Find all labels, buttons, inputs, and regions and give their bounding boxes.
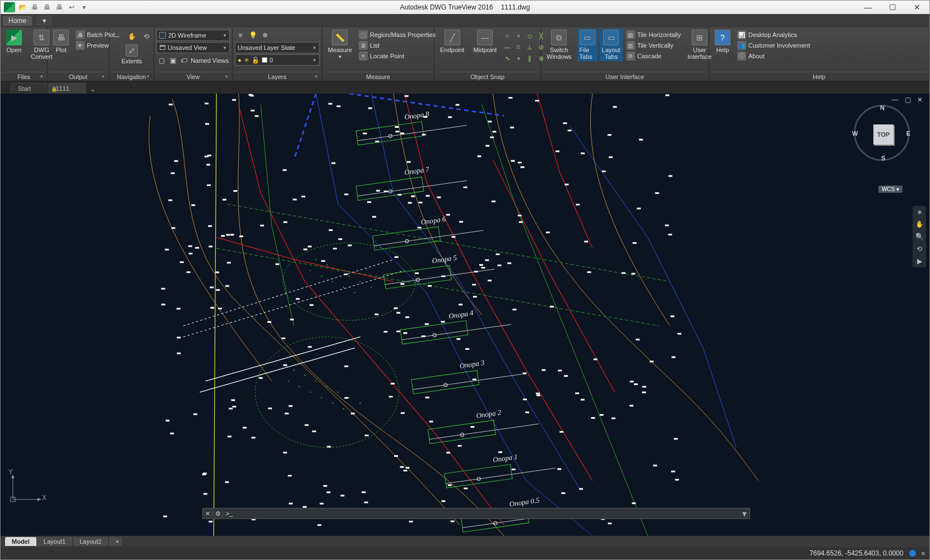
layout-tab-2[interactable]: Layout2 <box>73 537 109 546</box>
qat-open-icon[interactable]: 📂 <box>17 3 27 12</box>
midpoint-button[interactable]: —Midpoint <box>470 29 500 54</box>
tile-vertical-button[interactable]: ▥Tile Vertically <box>625 40 682 50</box>
status-indicator-icon[interactable] <box>909 550 916 557</box>
layer-state-combo[interactable]: Unsaved Layer State▼ <box>235 42 320 53</box>
svg-rect-89 <box>233 190 237 192</box>
layer-freeze-icon[interactable]: ❄ <box>260 30 271 41</box>
file-tabs-button[interactable]: ▭File Tabs <box>577 29 598 61</box>
svg-rect-314 <box>327 492 331 493</box>
nav-showmotion-icon[interactable]: ▶ <box>917 257 922 265</box>
cmdline-close-icon[interactable]: ✕ <box>203 510 213 517</box>
svg-rect-219 <box>407 161 411 163</box>
layout-tab-model[interactable]: Model <box>5 537 37 546</box>
qat-publish-icon[interactable]: 🖶 <box>54 3 64 12</box>
osnap-app-icon[interactable]: ⌖ <box>513 53 524 63</box>
tab-express-icon[interactable]: ▾ <box>36 16 52 26</box>
osnap-par-icon[interactable]: ∥ <box>525 53 535 63</box>
drawing-canvas[interactable]: — ▢ ✕ <box>1 94 929 536</box>
svg-rect-221 <box>290 318 294 320</box>
nav-pan-icon[interactable]: ✋ <box>915 220 924 228</box>
nav-wheel-icon[interactable]: ⎈ <box>918 208 922 216</box>
nav-orbit-icon[interactable]: ⟲ <box>917 245 922 253</box>
nav-zoom-icon[interactable]: 🔍 <box>915 233 924 240</box>
viewcube-top-face[interactable]: TOP <box>873 124 894 145</box>
named-view-combo[interactable]: 🗔Unsaved View▼ <box>156 42 230 53</box>
qat-dropdown-icon[interactable]: ▾ <box>79 3 89 12</box>
view-tool1-icon[interactable]: ▢ <box>158 55 166 66</box>
layer-combo[interactable]: ● ☀ 🔓 0▼ <box>235 54 320 66</box>
extents-button[interactable]: ⤢ Extents <box>112 44 152 64</box>
zoom-realtime-icon[interactable]: ↔ <box>112 31 123 42</box>
cascade-button[interactable]: ⧉Cascade <box>625 51 682 61</box>
cmdline-customize-icon[interactable]: ⚙ <box>213 510 223 517</box>
layer-off-icon[interactable]: 💡 <box>247 30 258 41</box>
svg-rect-56 <box>445 464 512 488</box>
layout-tab-1[interactable]: Layout1 <box>37 537 73 546</box>
svg-rect-44 <box>400 321 468 344</box>
osnap-center-icon[interactable]: ○ <box>502 31 512 41</box>
file-tab-start[interactable]: Start <box>11 83 47 94</box>
list-button[interactable]: ≣List <box>358 40 437 50</box>
measure-button[interactable]: 📏 Measure▼ <box>325 29 355 61</box>
window-minimize-button[interactable]: — <box>855 1 880 14</box>
svg-rect-243 <box>191 205 195 206</box>
layer-prop-icon[interactable]: ≡ <box>235 30 246 41</box>
qat-plot-icon[interactable]: 🖶 <box>42 3 52 12</box>
svg-rect-108 <box>165 249 169 251</box>
switch-windows-button[interactable]: ⧉Switch Windows <box>543 29 575 61</box>
pan-icon[interactable]: ✋ <box>126 31 137 42</box>
window-maximize-button[interactable]: ☐ <box>880 1 905 14</box>
viewcube[interactable]: N S E W TOP <box>851 105 913 178</box>
named-views-button[interactable]: Named Views <box>191 57 229 64</box>
tile-h-icon: ▤ <box>626 30 635 39</box>
app-menu-button[interactable] <box>4 2 15 12</box>
about-button[interactable]: ⓘAbout <box>736 51 811 61</box>
view-tool2-icon[interactable]: ▣ <box>169 55 178 66</box>
region-button[interactable]: ⬚Region/Mass Properties <box>358 30 437 40</box>
new-tab-button[interactable]: + <box>87 87 99 94</box>
osnap-quad-icon[interactable]: ◇ <box>525 31 535 41</box>
svg-rect-75 <box>225 285 229 287</box>
orbit-icon[interactable]: ⟲ <box>141 31 152 42</box>
visual-style-combo[interactable]: 2D Wireframe▼ <box>156 30 230 41</box>
open-button[interactable]: ▶ Open <box>3 29 25 54</box>
osnap-ins-icon[interactable]: ⌑ <box>513 42 524 52</box>
tab-home[interactable]: Home <box>3 16 32 26</box>
layout-tab-add[interactable]: + <box>109 537 123 546</box>
help-button[interactable]: ?Help <box>711 29 734 54</box>
endpoint-button[interactable]: ╱Endpoint <box>437 29 468 54</box>
locate-point-button[interactable]: ⌖Locate Point <box>358 51 437 61</box>
navigation-bar[interactable]: ⎈ ✋ 🔍 ⟲ ▶ <box>913 206 926 267</box>
osnap-ext-icon[interactable]: — <box>502 42 512 52</box>
tile-horizontal-button[interactable]: ▤Tile Horizontally <box>625 30 682 40</box>
svg-rect-272 <box>568 129 572 131</box>
svg-rect-225 <box>161 304 165 306</box>
cmdline-dropdown-icon[interactable]: ▾ <box>739 508 749 519</box>
svg-rect-311 <box>519 221 523 223</box>
svg-rect-84 <box>203 493 207 495</box>
svg-rect-298 <box>485 145 489 147</box>
osnap-node-icon[interactable]: × <box>513 31 524 41</box>
status-menu-icon[interactable]: ≡ <box>922 550 925 557</box>
osnap-near-icon[interactable]: ∿ <box>502 53 512 63</box>
svg-rect-247 <box>205 156 209 158</box>
qat-undo-icon[interactable]: ↩ <box>67 3 77 12</box>
wcs-indicator[interactable]: WCS ▾ <box>878 186 903 193</box>
svg-rect-242 <box>226 234 230 236</box>
desktop-analytics-button[interactable]: 📊Desktop Analytics <box>736 30 811 40</box>
osnap-perp-icon[interactable]: ⊥ <box>525 42 535 52</box>
svg-rect-180 <box>639 139 643 141</box>
svg-point-6 <box>349 275 350 276</box>
titlebar: 📂 🖶 🖶 🖶 ↩ ▾ Autodesk DWG TrueView 2016 1… <box>1 1 929 14</box>
viewport-controls[interactable]: — ▢ ✕ <box>891 96 925 104</box>
command-line[interactable]: ✕ ⚙ >_ ▾ <box>202 508 750 519</box>
file-tab-doc[interactable]: 🔒1111 <box>48 83 85 94</box>
window-close-button[interactable]: ✕ <box>905 1 929 14</box>
qat-save-icon[interactable]: 🖶 <box>30 3 40 12</box>
svg-text:Опора 3: Опора 3 <box>459 359 485 370</box>
plot-button[interactable]: 🖶 Plot <box>50 29 72 54</box>
named-views-icon[interactable]: 🏷 <box>180 55 189 66</box>
customer-involvement-button[interactable]: 👥Customer Involvement <box>736 40 811 50</box>
svg-rect-274 <box>655 192 659 194</box>
layout-tabs-button[interactable]: ▭Layout Tabs <box>600 29 623 61</box>
